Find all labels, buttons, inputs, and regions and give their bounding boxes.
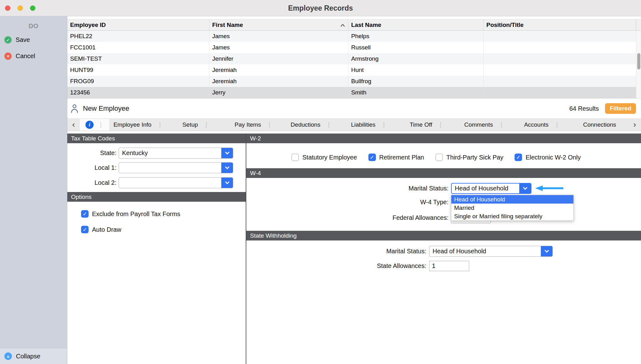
table-row[interactable]: HUNT99 Jeremiah Hunt	[67, 64, 641, 76]
tab-handle-icon[interactable]: ⋮	[98, 121, 104, 128]
tab-pay-items[interactable]: Pay Items ⋮	[225, 119, 282, 131]
tab-employee-info[interactable]: Employee Info ⋮	[109, 119, 167, 131]
cell-position	[484, 53, 641, 64]
checkbox-unchecked-icon	[291, 154, 299, 161]
annotation-arrow	[535, 185, 563, 192]
tabs-scroll-right-icon[interactable]: ›	[628, 119, 641, 131]
cell-position	[484, 64, 641, 76]
checkbox-checked-icon	[368, 154, 376, 161]
local1-dropdown[interactable]	[119, 162, 233, 173]
electronic-w2-only-checkbox[interactable]: Electronic W-2 Only	[515, 153, 581, 162]
local2-dropdown[interactable]	[119, 177, 233, 188]
collapse-sidebar-button[interactable]: « Collapse	[0, 348, 67, 364]
state-allowances-label: State Allowances:	[343, 261, 426, 271]
column-header-first-name[interactable]: First Name ^	[209, 19, 348, 30]
tab-liabilities[interactable]: Liabilities ⋮	[340, 119, 397, 131]
table-row[interactable]: FCC1001 James Russell	[67, 42, 641, 53]
checkbox-label: Retirement Plan	[379, 154, 424, 161]
tab-label: Connections	[583, 121, 616, 128]
info-icon: i	[85, 121, 94, 129]
tab-info-active[interactable]: i ⋮	[80, 119, 109, 131]
w4-marital-status-label: Marital Status:	[380, 183, 449, 194]
third-party-sick-pay-checkbox[interactable]: Third-Party Sick Pay	[435, 153, 503, 162]
cell-last-name: Phelps	[348, 31, 484, 42]
x-circle-icon: ✕	[4, 53, 12, 60]
tab-handle-icon[interactable]: ⋮	[438, 121, 444, 128]
section-header-options: Options	[67, 192, 246, 202]
cell-first-name: Jerry	[209, 87, 348, 98]
cell-first-name: Jeremiah	[209, 76, 348, 87]
filtered-badge[interactable]: Filtered	[605, 103, 636, 114]
tab-comments[interactable]: Comments ⋮	[455, 119, 513, 131]
state-dropdown[interactable]: Kentucky	[119, 148, 233, 159]
tab-handle-icon[interactable]: ⋮	[381, 121, 387, 128]
person-icon	[70, 104, 79, 113]
tab-accounts[interactable]: Accounts ⋮	[513, 119, 571, 131]
window-title: Employee Records	[0, 0, 641, 16]
w4-marital-status-dropdown[interactable]: Head of Household	[451, 183, 531, 194]
cell-last-name: Hunt	[348, 64, 484, 76]
check-circle-icon: ✓	[4, 36, 12, 43]
tab-handle-icon[interactable]: ⋮	[267, 121, 272, 128]
w4-marital-status-value: Head of Household	[452, 184, 519, 193]
local2-dropdown-value	[119, 178, 221, 188]
exclude-payroll-tax-forms-checkbox[interactable]: Exclude from Payroll Tax Forms	[81, 209, 180, 219]
checkbox-checked-icon	[515, 154, 522, 161]
menu-option-married[interactable]: Married	[451, 204, 573, 212]
tab-handle-icon[interactable]: ⋮	[499, 121, 504, 128]
checkbox-label: Electronic W-2 Only	[526, 154, 581, 161]
cell-last-name: Smith	[348, 87, 484, 98]
table-row[interactable]: PHEL22 James Phelps	[67, 31, 641, 42]
tab-time-off[interactable]: Time Off ⋮	[398, 119, 455, 131]
table-row[interactable]: SEMI-TEST Jennifer Armstrong	[67, 53, 641, 64]
retirement-plan-checkbox[interactable]: Retirement Plan	[368, 153, 424, 162]
tab-handle-icon[interactable]: ⋮	[203, 121, 209, 128]
marital-status-open-menu: Head of Household Married Single or Marr…	[451, 195, 574, 221]
chevron-down-icon[interactable]	[221, 163, 233, 173]
column-header-position[interactable]: Position/Title	[484, 19, 636, 30]
tab-label: Deductions	[291, 121, 320, 128]
chevron-down-icon[interactable]	[221, 178, 233, 188]
tab-setup[interactable]: Setup ⋮	[167, 119, 224, 131]
column-header-employee-id[interactable]: Employee ID	[67, 19, 209, 30]
tab-handle-icon[interactable]: ⋮	[554, 121, 560, 128]
state-marital-status-label: Marital Status:	[343, 246, 426, 257]
scrollbar-thumb[interactable]	[637, 53, 640, 69]
state-allowances-input[interactable]	[429, 261, 469, 271]
state-marital-status-dropdown[interactable]: Head of Household	[429, 246, 553, 257]
local1-dropdown-value	[119, 163, 221, 173]
tab-label: Pay Items	[235, 121, 261, 128]
section-header-w4: W-4	[246, 168, 641, 178]
table-row[interactable]: FROG09 Jeremiah Bullfrog	[67, 76, 641, 87]
menu-option-head-of-household[interactable]: Head of Household	[451, 195, 573, 204]
menu-option-single-or-married-filing-separately[interactable]: Single or Married filing separately	[451, 212, 573, 220]
detail-panels: Tax Table Codes State: Kentucky Local 1:…	[67, 131, 641, 364]
tab-handle-icon[interactable]: ⋮	[326, 121, 332, 128]
tab-connections[interactable]: Connections	[571, 119, 628, 131]
tab-label: Time Off	[410, 121, 432, 128]
chevron-down-icon[interactable]	[541, 246, 552, 256]
statutory-employee-checkbox[interactable]: Statutory Employee	[291, 153, 357, 162]
cell-position	[484, 42, 641, 53]
scrollbar-corner	[636, 19, 641, 30]
employee-table-body: PHEL22 James Phelps FCC1001 James Russel…	[67, 31, 641, 98]
cell-employee-id: FCC1001	[67, 42, 209, 53]
cell-position	[484, 31, 641, 42]
tab-label: Setup	[182, 121, 198, 128]
tab-handle-icon[interactable]: ⋮	[157, 121, 163, 128]
cell-last-name: Armstrong	[348, 53, 484, 64]
column-header-last-name[interactable]: Last Name	[348, 19, 484, 30]
cancel-button[interactable]: ✕ Cancel	[4, 53, 35, 60]
chevron-down-icon[interactable]	[221, 148, 233, 158]
tabs-scroll-left-icon[interactable]: ‹	[67, 119, 80, 131]
chevron-down-icon[interactable]	[519, 184, 531, 193]
cell-employee-id: FROG09	[67, 76, 209, 87]
vertical-scrollbar[interactable]	[636, 31, 641, 98]
save-button[interactable]: ✓ Save	[4, 36, 30, 43]
collapse-label: Collapse	[16, 353, 40, 360]
cell-first-name: Jennifer	[209, 53, 348, 64]
table-row-selected[interactable]: 123456 Jerry Smith	[67, 87, 641, 98]
tab-deductions[interactable]: Deductions ⋮	[282, 119, 340, 131]
column-header-first-name-label: First Name	[212, 19, 243, 30]
auto-draw-checkbox[interactable]: Auto Draw	[81, 225, 121, 234]
